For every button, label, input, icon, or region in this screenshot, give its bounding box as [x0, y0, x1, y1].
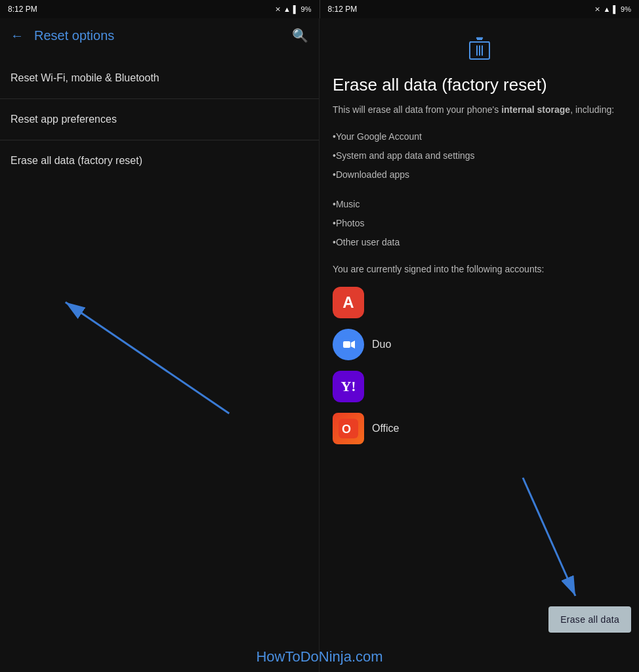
- adobe-icon: A: [333, 287, 364, 318]
- battery-left: 9%: [301, 5, 312, 13]
- trash-icon-container: [333, 37, 626, 65]
- menu-item-factory-reset[interactable]: Erase all data (factory reset): [0, 140, 319, 181]
- right-status-icons: ⨯ ▲ ▌ 9%: [594, 5, 631, 14]
- office-icon: O: [333, 413, 364, 444]
- erase-title: Erase all data (factory reset): [333, 74, 626, 96]
- account-row-yahoo: Y!: [333, 371, 626, 402]
- status-bar: 8:12 PM ⨯ ▲ ▌ 9% 8:12 PM ⨯ ▲ ▌ 9%: [0, 0, 639, 18]
- desc-end: , including:: [570, 104, 614, 115]
- adobe-letter: A: [342, 293, 354, 312]
- account-row-office: O Office: [333, 413, 626, 444]
- menu-item-app-prefs[interactable]: Reset app preferences: [0, 99, 319, 140]
- left-time: 8:12 PM: [8, 5, 37, 14]
- menu-item-wifi[interactable]: Reset Wi-Fi, mobile & Bluetooth: [0, 58, 319, 99]
- account-row-adobe: A: [333, 287, 626, 318]
- bullet-system: •System and app data and settings: [333, 149, 626, 163]
- wifi-icon-r: ▲: [603, 5, 610, 13]
- annotation-arrow-left: [0, 181, 319, 672]
- left-panel: ← Reset options 🔍 Reset Wi-Fi, mobile & …: [0, 18, 320, 672]
- bottom-bar: Erase all data: [548, 606, 631, 633]
- signal-icon: ▌: [293, 5, 299, 13]
- menu-list: Reset Wi-Fi, mobile & Bluetooth Reset ap…: [0, 58, 319, 181]
- search-icon[interactable]: 🔍: [292, 28, 308, 43]
- left-status-icons: ⨯ ▲ ▌ 9%: [275, 5, 312, 14]
- svg-rect-10: [343, 341, 350, 348]
- desc-start: This will erase all data from your phone…: [333, 104, 501, 115]
- left-status: 8:12 PM ⨯ ▲ ▌ 9%: [0, 0, 320, 18]
- bullet-userdata: •Other user data: [333, 236, 626, 249]
- bullet-apps: •Downloaded apps: [333, 168, 626, 182]
- bluetooth-icon: ⨯: [275, 5, 281, 14]
- bullet-music: •Music: [333, 198, 626, 211]
- bullet-google: •Your Google Account: [333, 130, 626, 144]
- battery-right: 9%: [621, 5, 631, 13]
- right-time: 8:12 PM: [328, 5, 358, 14]
- svg-text:O: O: [342, 423, 351, 436]
- spacer: [333, 187, 626, 198]
- right-content: Erase all data (factory reset) This will…: [320, 18, 639, 672]
- left-arrow-area: [0, 181, 319, 672]
- svg-line-1: [66, 302, 229, 413]
- duo-icon: [333, 329, 364, 360]
- accounts-text: You are currently signed into the follow…: [333, 262, 626, 276]
- account-row-duo: Duo: [333, 329, 626, 360]
- erase-description: This will erase all data from your phone…: [333, 103, 626, 117]
- back-icon[interactable]: ←: [10, 28, 24, 43]
- trash-icon: [469, 37, 490, 65]
- signal-icon-r: ▌: [613, 5, 618, 13]
- erase-all-data-button[interactable]: Erase all data: [548, 606, 631, 633]
- wifi-icon: ▲: [283, 5, 291, 13]
- yahoo-icon: Y!: [333, 371, 364, 402]
- office-label: Office: [372, 423, 400, 434]
- main-panels: ← Reset options 🔍 Reset Wi-Fi, mobile & …: [0, 18, 639, 672]
- bluetooth-icon-r: ⨯: [594, 5, 600, 14]
- duo-label: Duo: [372, 339, 391, 350]
- desc-bold: internal storage: [501, 104, 570, 115]
- left-header: ← Reset options 🔍: [0, 18, 319, 52]
- bullet-photos: •Photos: [333, 217, 626, 230]
- right-status: 8:12 PM ⨯ ▲ ▌ 9%: [320, 0, 640, 18]
- page-title: Reset options: [34, 28, 281, 43]
- right-panel: Erase all data (factory reset) This will…: [320, 18, 639, 672]
- yahoo-letter: Y!: [340, 378, 356, 395]
